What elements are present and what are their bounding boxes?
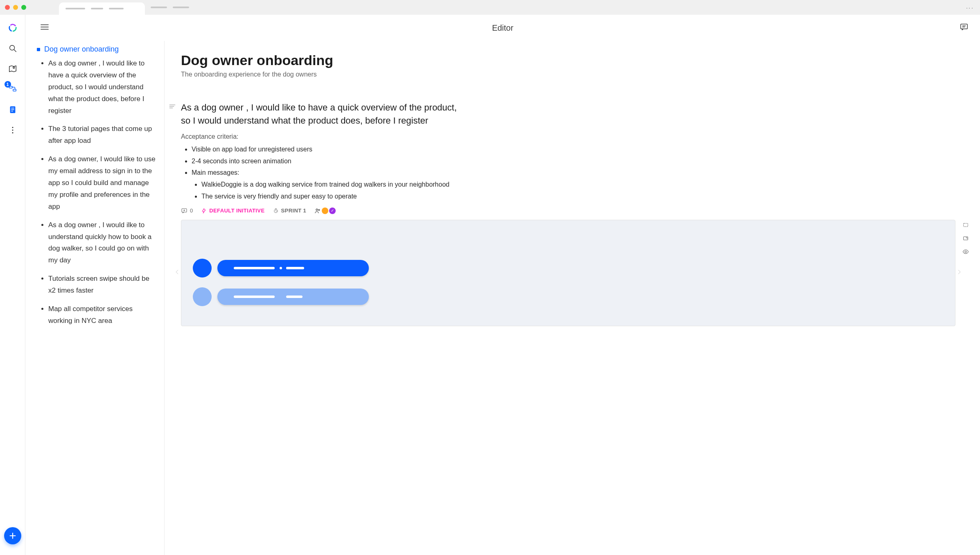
bullet-icon bbox=[37, 48, 40, 51]
criteria-item[interactable]: Visible on app load for unregistered use… bbox=[192, 144, 955, 155]
window-minimize-button[interactable] bbox=[13, 5, 18, 10]
story-sprint-label: SPRINT 1 bbox=[281, 208, 307, 214]
outline-item[interactable]: Map all competitor services working in N… bbox=[48, 303, 158, 327]
preview-image[interactable] bbox=[181, 220, 955, 326]
outline-item[interactable]: As a dog owner , I would like to have a … bbox=[48, 58, 158, 117]
search-icon[interactable] bbox=[7, 43, 18, 54]
drag-handle-icon[interactable] bbox=[169, 104, 176, 111]
story-title[interactable]: As a dog owner , I would like to have a … bbox=[181, 101, 459, 127]
story-sprint-button[interactable]: SPRINT 1 bbox=[273, 208, 307, 214]
story-assignees[interactable]: ✓ bbox=[314, 208, 336, 214]
story-initiative-label: DEFAULT INITIATIVE bbox=[209, 208, 264, 214]
people-icon bbox=[314, 208, 321, 214]
svg-point-13 bbox=[12, 130, 13, 131]
menu-icon[interactable] bbox=[40, 23, 49, 32]
preview-tools bbox=[962, 222, 969, 257]
svg-rect-11 bbox=[11, 111, 13, 111]
svg-point-14 bbox=[12, 132, 13, 133]
nav-rail: 1 bbox=[0, 15, 25, 555]
svg-rect-10 bbox=[11, 109, 14, 110]
browser-menu-icon[interactable]: ⋮ bbox=[965, 5, 974, 10]
attachment-preview bbox=[181, 220, 955, 326]
criteria-item[interactable]: WalkieDoggie is a dog walking service fr… bbox=[201, 180, 955, 190]
crop-icon[interactable] bbox=[962, 222, 969, 230]
acceptance-criteria-label: Acceptance criteria: bbox=[181, 133, 955, 140]
story-initiative-button[interactable]: DEFAULT INITIATIVE bbox=[201, 208, 264, 214]
editor-panel: Dog owner onboarding The onboarding expe… bbox=[165, 41, 980, 555]
avatar bbox=[322, 208, 328, 214]
outline-root-label: Dog owner onboarding bbox=[44, 45, 119, 54]
criteria-item[interactable]: Main messages: WalkieDoggie is a dog wal… bbox=[192, 168, 955, 201]
svg-point-5 bbox=[13, 67, 14, 68]
browser-tab-inactive[interactable] bbox=[173, 7, 189, 8]
doc-title[interactable]: Dog owner onboarding bbox=[181, 52, 955, 68]
more-icon[interactable] bbox=[7, 124, 18, 136]
topbar: Editor bbox=[25, 15, 980, 41]
criteria-item[interactable]: 2-4 seconds into screen animation bbox=[192, 156, 955, 167]
avatar: ✓ bbox=[329, 208, 336, 214]
app-logo-icon[interactable] bbox=[7, 22, 18, 34]
svg-rect-9 bbox=[11, 108, 14, 108]
svg-rect-7 bbox=[13, 89, 16, 91]
browser-tabs bbox=[59, 0, 189, 15]
map-icon[interactable] bbox=[7, 63, 18, 74]
outline-item[interactable]: The 3 tutorial pages that come up after … bbox=[48, 123, 158, 147]
window-controls bbox=[5, 5, 26, 10]
comments-icon[interactable] bbox=[960, 23, 969, 33]
criteria-item[interactable]: The service is very friendly and super e… bbox=[201, 192, 955, 202]
story-comments-button[interactable]: 0 bbox=[181, 208, 193, 214]
page-title: Editor bbox=[492, 23, 513, 33]
svg-point-28 bbox=[316, 209, 318, 210]
preview-next-button[interactable] bbox=[953, 264, 965, 281]
nav-badge: 1 bbox=[5, 81, 11, 88]
svg-rect-30 bbox=[964, 223, 968, 226]
browser-tab-inactive[interactable] bbox=[151, 7, 167, 8]
add-button[interactable] bbox=[4, 527, 21, 544]
doc-subtitle[interactable]: The onboarding experience for the dog ow… bbox=[181, 71, 955, 78]
svg-point-29 bbox=[318, 209, 320, 210]
mock-shape bbox=[217, 260, 369, 276]
mock-shape bbox=[193, 287, 212, 306]
mock-shape bbox=[217, 289, 369, 305]
eye-icon[interactable] bbox=[962, 248, 969, 257]
story-block: As a dog owner , I would like to have a … bbox=[181, 101, 955, 326]
browser-chrome: ⋮ bbox=[0, 0, 980, 15]
svg-rect-18 bbox=[961, 24, 968, 29]
outline-panel: Dog owner onboarding As a dog owner , I … bbox=[25, 41, 165, 555]
preview-prev-button[interactable] bbox=[171, 264, 183, 281]
window-zoom-button[interactable] bbox=[21, 5, 26, 10]
outline-item[interactable]: As a dog owner , I would ilke to underst… bbox=[48, 219, 158, 267]
story-comments-count: 0 bbox=[190, 208, 193, 214]
svg-point-12 bbox=[12, 127, 13, 128]
flow-icon[interactable]: 1 bbox=[7, 83, 18, 95]
fullscreen-icon[interactable] bbox=[962, 235, 969, 244]
outline-root-item[interactable]: Dog owner onboarding bbox=[37, 45, 158, 54]
window-close-button[interactable] bbox=[5, 5, 10, 10]
svg-line-4 bbox=[14, 50, 16, 52]
story-meta: 0 DEFAULT INITIATIVE SPRINT 1 bbox=[181, 208, 955, 214]
svg-point-32 bbox=[965, 251, 966, 253]
outline-item[interactable]: As a dog owner, I would like to use my e… bbox=[48, 153, 158, 212]
document-icon[interactable] bbox=[7, 104, 18, 115]
mock-shape bbox=[193, 259, 212, 278]
browser-tab-active[interactable] bbox=[59, 2, 145, 15]
outline-item[interactable]: Tutorials screen swipe should be x2 time… bbox=[48, 273, 158, 297]
